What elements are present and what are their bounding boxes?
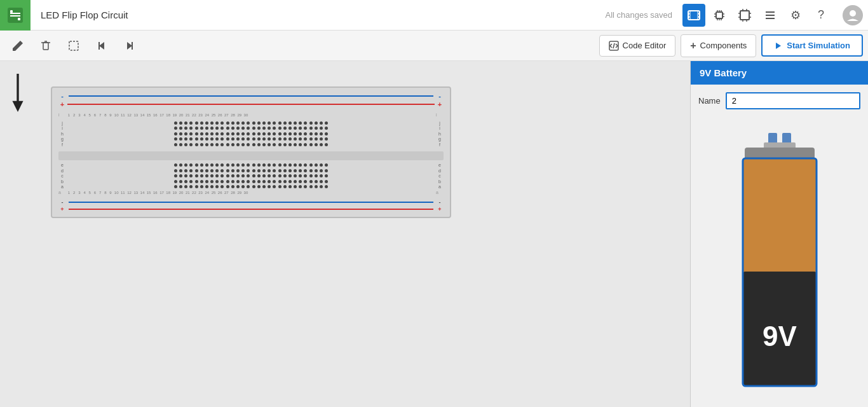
dot-d-22[interactable] bbox=[283, 169, 287, 172]
breadboard[interactable]: - - + + bbox=[51, 86, 451, 218]
dot-e-26[interactable] bbox=[304, 163, 307, 167]
film-icon-btn[interactable] bbox=[682, 4, 705, 27]
dot-h-19[interactable] bbox=[268, 132, 271, 135]
dot-d-20[interactable] bbox=[273, 169, 276, 172]
dot-f-20[interactable] bbox=[273, 143, 276, 146]
dot-a-28[interactable] bbox=[315, 185, 318, 188]
dot-e-27[interactable] bbox=[309, 163, 313, 167]
dot-b-28[interactable] bbox=[315, 180, 318, 183]
dot-h-7[interactable] bbox=[205, 132, 208, 135]
dot-g-7[interactable] bbox=[205, 137, 208, 141]
dot-d-29[interactable] bbox=[320, 169, 323, 172]
dot-e-22[interactable] bbox=[283, 163, 287, 167]
dot-i-21[interactable] bbox=[278, 127, 281, 130]
dot-d-19[interactable] bbox=[268, 169, 271, 172]
dot-c-21[interactable] bbox=[278, 174, 281, 177]
dot-g-27[interactable] bbox=[309, 137, 313, 141]
dot-c-26[interactable] bbox=[304, 174, 307, 177]
chip-icon-btn[interactable] bbox=[708, 4, 731, 27]
dot-a-10[interactable] bbox=[220, 185, 224, 188]
dot-c-6[interactable] bbox=[200, 174, 203, 177]
dot-e-4[interactable] bbox=[189, 163, 193, 167]
code-editor-btn[interactable]: Code Editor bbox=[599, 35, 676, 57]
dot-e-20[interactable] bbox=[273, 163, 276, 167]
dot-h-21[interactable] bbox=[278, 132, 281, 135]
dot-f-16[interactable] bbox=[252, 143, 255, 146]
dot-g-14[interactable] bbox=[241, 137, 245, 141]
dot-b-30[interactable] bbox=[325, 180, 328, 183]
dot-h-17[interactable] bbox=[257, 132, 261, 135]
dot-i-22[interactable] bbox=[283, 127, 287, 130]
dot-j-27[interactable] bbox=[309, 121, 313, 125]
dot-j-11[interactable] bbox=[226, 121, 229, 125]
dot-g-3[interactable] bbox=[184, 137, 187, 141]
dot-j-20[interactable] bbox=[273, 121, 276, 125]
dot-j-3[interactable] bbox=[184, 121, 187, 125]
dot-d-6[interactable] bbox=[200, 169, 203, 172]
dot-g-26[interactable] bbox=[304, 137, 307, 141]
dot-e-3[interactable] bbox=[184, 163, 187, 167]
dot-g-18[interactable] bbox=[262, 137, 266, 141]
dot-g-16[interactable] bbox=[252, 137, 255, 141]
dot-j-6[interactable] bbox=[200, 121, 203, 125]
dot-b-16[interactable] bbox=[252, 180, 255, 183]
dot-f-15[interactable] bbox=[247, 143, 250, 146]
user-avatar[interactable] bbox=[843, 5, 863, 25]
dot-j-9[interactable] bbox=[215, 121, 219, 125]
dot-d-30[interactable] bbox=[325, 169, 328, 172]
dot-b-11[interactable] bbox=[226, 180, 229, 183]
dot-a-22[interactable] bbox=[283, 185, 287, 188]
dot-a-8[interactable] bbox=[210, 185, 214, 188]
dot-d-17[interactable] bbox=[257, 169, 261, 172]
dot-e-12[interactable] bbox=[231, 163, 234, 167]
dot-a-5[interactable] bbox=[195, 185, 198, 188]
dot-i-5[interactable] bbox=[195, 127, 198, 130]
dot-e-30[interactable] bbox=[325, 163, 328, 167]
dot-d-10[interactable] bbox=[220, 169, 224, 172]
dot-g-24[interactable] bbox=[294, 137, 297, 141]
dot-b-24[interactable] bbox=[294, 180, 297, 183]
dot-c-8[interactable] bbox=[210, 174, 214, 177]
dot-i-18[interactable] bbox=[262, 127, 266, 130]
dot-b-29[interactable] bbox=[320, 180, 323, 183]
dot-d-25[interactable] bbox=[299, 169, 302, 172]
dot-e-2[interactable] bbox=[179, 163, 182, 167]
dot-i-4[interactable] bbox=[189, 127, 193, 130]
dot-b-23[interactable] bbox=[288, 180, 292, 183]
dot-h-3[interactable] bbox=[184, 132, 187, 135]
dot-h-29[interactable] bbox=[320, 132, 323, 135]
dot-d-8[interactable] bbox=[210, 169, 214, 172]
dot-f-22[interactable] bbox=[283, 143, 287, 146]
dot-b-1[interactable] bbox=[174, 180, 177, 183]
dot-j-28[interactable] bbox=[315, 121, 318, 125]
dot-a-30[interactable] bbox=[325, 185, 328, 188]
dot-d-4[interactable] bbox=[189, 169, 193, 172]
dot-j-2[interactable] bbox=[179, 121, 182, 125]
dot-g-21[interactable] bbox=[278, 137, 281, 141]
dot-h-23[interactable] bbox=[288, 132, 292, 135]
dot-a-23[interactable] bbox=[288, 185, 292, 188]
name-input[interactable] bbox=[726, 92, 860, 109]
dot-c-28[interactable] bbox=[315, 174, 318, 177]
dot-i-10[interactable] bbox=[220, 127, 224, 130]
dot-c-4[interactable] bbox=[189, 174, 193, 177]
dot-a-20[interactable] bbox=[273, 185, 276, 188]
dot-g-23[interactable] bbox=[288, 137, 292, 141]
dot-f-28[interactable] bbox=[315, 143, 318, 146]
dot-e-17[interactable] bbox=[257, 163, 261, 167]
dot-d-1[interactable] bbox=[174, 169, 177, 172]
dot-b-3[interactable] bbox=[184, 180, 187, 183]
help-icon-btn[interactable]: ? bbox=[810, 4, 832, 27]
dot-h-10[interactable] bbox=[220, 132, 224, 135]
dot-j-16[interactable] bbox=[252, 121, 255, 125]
dot-f-5[interactable] bbox=[195, 143, 198, 146]
dot-i-3[interactable] bbox=[184, 127, 187, 130]
dot-c-17[interactable] bbox=[257, 174, 261, 177]
dot-a-11[interactable] bbox=[226, 185, 229, 188]
dot-h-11[interactable] bbox=[226, 132, 229, 135]
dot-g-1[interactable] bbox=[174, 137, 177, 141]
dot-j-15[interactable] bbox=[247, 121, 250, 125]
dot-j-29[interactable] bbox=[320, 121, 323, 125]
dot-e-16[interactable] bbox=[252, 163, 255, 167]
dot-f-19[interactable] bbox=[268, 143, 271, 146]
